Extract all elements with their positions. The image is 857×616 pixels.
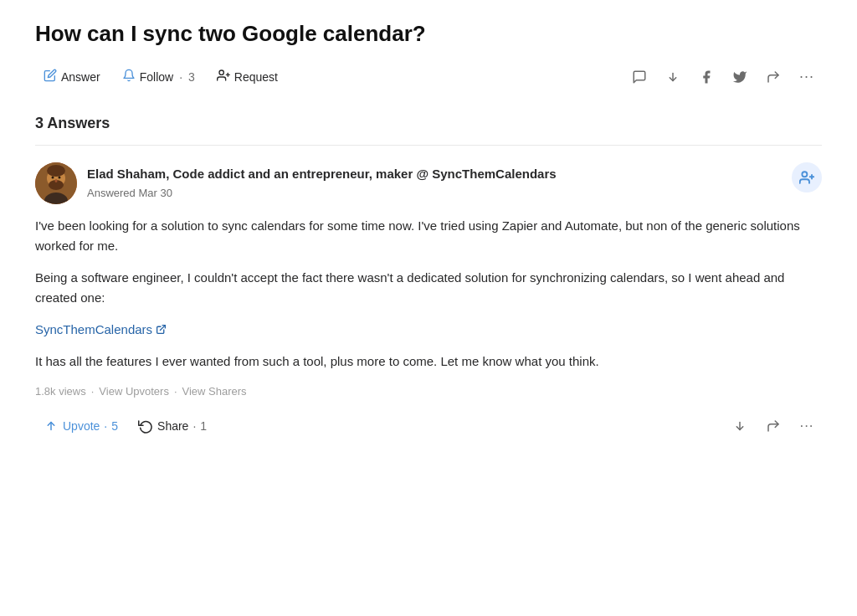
follow-author-button[interactable]	[792, 162, 822, 192]
meta-dot-1: ·	[91, 383, 95, 400]
answer-link-paragraph: SyncThemCalendars	[35, 320, 822, 340]
comment-button[interactable]	[624, 62, 654, 92]
question-title: How can I sync two Google calendar?	[35, 20, 822, 49]
answer-button[interactable]: Answer	[35, 64, 109, 90]
upvote-label: Upvote	[63, 419, 100, 433]
answer-body: I've been looking for a solution to sync…	[35, 216, 822, 372]
share-icons: ···	[624, 62, 822, 92]
answer-meta: 1.8k views · View Upvoters · View Sharer…	[35, 383, 822, 400]
answer-paragraph-1: I've been looking for a solution to sync…	[35, 216, 822, 256]
follow-icon	[122, 69, 136, 85]
answer-icon	[44, 69, 57, 85]
comment-icon	[632, 69, 647, 85]
answer-share-icon	[138, 418, 153, 434]
request-label: Request	[234, 70, 278, 84]
follow-count: ·	[179, 70, 182, 84]
answer-date: Answered Mar 30	[87, 185, 557, 202]
upvote-count: ·	[104, 419, 107, 433]
facebook-button[interactable]	[691, 62, 721, 92]
follow-author-icon	[799, 170, 814, 185]
answer-paragraph-final: It has all the features I ever wanted fr…	[35, 352, 822, 372]
svg-line-15	[160, 326, 165, 331]
view-sharers-link[interactable]: View Sharers	[182, 383, 247, 400]
share-dot: ·	[192, 419, 196, 433]
follow-count-number: 3	[188, 70, 195, 84]
answer-more-button[interactable]: ···	[792, 411, 822, 441]
downvote-icon	[665, 69, 680, 85]
views-count: 1.8k views	[35, 383, 86, 400]
external-link-icon	[156, 324, 167, 335]
svg-point-12	[802, 172, 807, 177]
view-sharers-text: View Sharers	[182, 383, 247, 400]
follow-button[interactable]: Follow · 3	[114, 64, 203, 90]
more-button[interactable]: ···	[792, 62, 822, 92]
downvote-button[interactable]	[658, 62, 688, 92]
svg-point-8	[52, 176, 54, 178]
avatar	[35, 162, 77, 204]
view-upvoters-link[interactable]: View Upvoters	[99, 383, 169, 400]
answer-share-icon-button[interactable]	[758, 411, 788, 441]
answer-card: Elad Shaham, Code addict and an entrepre…	[35, 162, 822, 455]
upvote-button[interactable]: Upvote · 5	[35, 413, 126, 439]
follow-label: Follow	[140, 70, 173, 84]
author-name: Elad Shaham, Code addict and an entrepre…	[87, 165, 557, 184]
upvote-icon	[44, 418, 59, 434]
author-info: Elad Shaham, Code addict and an entrepre…	[35, 162, 557, 204]
answer-author-row: Elad Shaham, Code addict and an entrepre…	[35, 162, 822, 204]
meta-dot-2: ·	[174, 383, 177, 400]
link-text: SyncThemCalendars	[35, 320, 152, 340]
more-icon: ···	[799, 68, 814, 85]
avatar-image	[35, 162, 77, 204]
share-icon	[766, 69, 781, 85]
sync-calendars-link[interactable]: SyncThemCalendars	[35, 320, 167, 340]
request-icon	[217, 69, 230, 85]
answer-more-icon: ···	[799, 418, 813, 434]
answer-footer: Upvote · 5 Share · 1	[35, 411, 822, 441]
svg-point-10	[55, 179, 58, 182]
share-button[interactable]	[758, 62, 788, 92]
share-label: Share	[157, 419, 188, 433]
svg-point-6	[47, 165, 65, 177]
answer-downvote-button[interactable]	[725, 411, 755, 441]
section-divider	[35, 145, 822, 146]
request-button[interactable]: Request	[208, 64, 286, 90]
page-container: How can I sync two Google calendar? Answ…	[18, 0, 839, 471]
svg-point-0	[219, 70, 223, 74]
action-bar: Answer Follow · 3	[35, 62, 822, 92]
upvote-count-number: 5	[111, 419, 118, 433]
answer-label: Answer	[61, 70, 100, 84]
answer-share-arrow-icon	[766, 418, 781, 434]
svg-point-9	[59, 176, 61, 178]
answer-downvote-icon	[732, 418, 747, 434]
answers-header: 3 Answers	[35, 112, 822, 135]
twitter-icon	[732, 69, 747, 85]
answer-share-button[interactable]: Share · 1	[130, 413, 215, 439]
twitter-button[interactable]	[725, 62, 755, 92]
answer-paragraph-2: Being a software engineer, I couldn't ac…	[35, 268, 822, 308]
author-details: Elad Shaham, Code addict and an entrepre…	[87, 165, 557, 202]
view-upvoters-text: View Upvoters	[99, 383, 169, 400]
share-count-number: 1	[200, 419, 207, 433]
facebook-icon	[699, 69, 714, 85]
